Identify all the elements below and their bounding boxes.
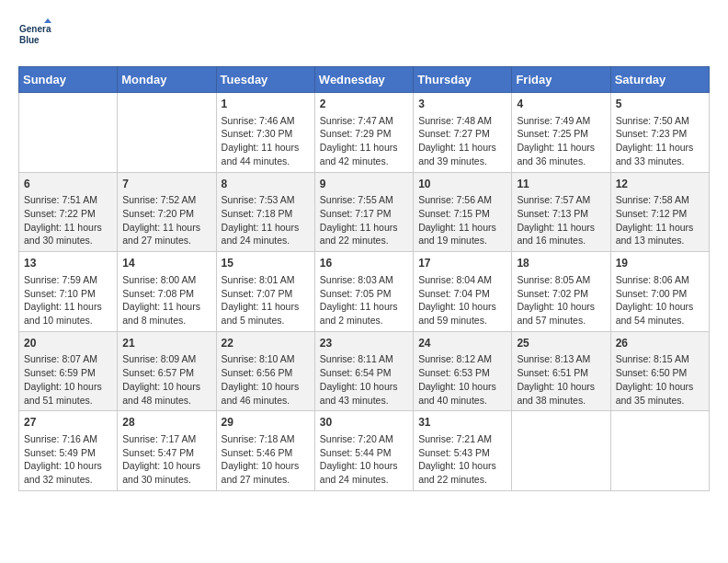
cell-content: 18Sunrise: 8:05 AMSunset: 7:02 PMDayligh… <box>517 256 605 327</box>
day-info: Sunrise: 7:20 AM <box>320 432 408 446</box>
day-number: 28 <box>122 415 210 431</box>
day-info: Sunrise: 7:59 AM <box>24 273 112 287</box>
day-number: 25 <box>517 336 605 351</box>
day-info: Sunrise: 7:58 AM <box>616 193 704 207</box>
svg-text:Blue: Blue <box>19 35 40 45</box>
cell-content: 26Sunrise: 8:15 AMSunset: 6:50 PMDayligh… <box>616 336 704 408</box>
day-info: Daylight: 11 hours and 27 minutes. <box>122 221 210 247</box>
week-row-4: 20Sunrise: 8:07 AMSunset: 6:59 PMDayligh… <box>19 331 710 411</box>
cell-content: 24Sunrise: 8:12 AMSunset: 6:53 PMDayligh… <box>418 336 506 408</box>
cell-content: 10Sunrise: 7:56 AMSunset: 7:15 PMDayligh… <box>418 177 506 248</box>
day-info: Sunset: 7:07 PM <box>222 287 310 301</box>
day-info: Daylight: 10 hours and 35 minutes. <box>616 380 704 407</box>
day-info: Sunrise: 8:13 AM <box>517 352 605 366</box>
day-info: Sunset: 7:27 PM <box>418 127 506 141</box>
day-info: Sunset: 6:50 PM <box>616 366 704 380</box>
cell-content: 27Sunrise: 7:16 AMSunset: 5:49 PMDayligh… <box>24 415 112 487</box>
day-number: 22 <box>222 336 310 351</box>
week-row-2: 6Sunrise: 7:51 AMSunset: 7:22 PMDaylight… <box>19 172 710 252</box>
day-number: 5 <box>616 97 704 112</box>
cell-content: 30Sunrise: 7:20 AMSunset: 5:44 PMDayligh… <box>320 415 408 487</box>
calendar-cell: 28Sunrise: 7:17 AMSunset: 5:47 PMDayligh… <box>118 411 216 491</box>
day-info: Sunset: 5:43 PM <box>418 446 506 460</box>
day-number: 18 <box>517 256 605 271</box>
calendar-cell: 12Sunrise: 7:58 AMSunset: 7:12 PMDayligh… <box>610 172 709 252</box>
calendar-cell: 1Sunrise: 7:46 AMSunset: 7:30 PMDaylight… <box>216 93 314 173</box>
day-number: 12 <box>616 177 704 192</box>
cell-content: 23Sunrise: 8:11 AMSunset: 6:54 PMDayligh… <box>320 336 408 408</box>
day-info: Daylight: 11 hours and 22 minutes. <box>320 221 408 247</box>
day-info: Daylight: 11 hours and 24 minutes. <box>222 221 310 247</box>
day-info: Daylight: 10 hours and 27 minutes. <box>222 459 310 486</box>
day-info: Sunrise: 8:05 AM <box>517 273 605 287</box>
day-info: Sunrise: 7:16 AM <box>24 432 112 446</box>
day-info: Sunrise: 8:04 AM <box>418 273 506 287</box>
day-info: Sunrise: 7:47 AM <box>320 114 408 128</box>
page-header: General Blue <box>18 18 710 52</box>
day-info: Daylight: 10 hours and 40 minutes. <box>418 380 506 407</box>
day-info: Daylight: 10 hours and 57 minutes. <box>517 300 605 327</box>
day-info: Daylight: 11 hours and 36 minutes. <box>517 141 605 167</box>
day-info: Daylight: 10 hours and 46 minutes. <box>222 380 310 407</box>
day-info: Sunset: 7:02 PM <box>517 287 605 301</box>
day-info: Sunrise: 8:01 AM <box>222 273 310 287</box>
day-number: 8 <box>222 177 310 192</box>
day-number: 24 <box>418 336 506 351</box>
day-info: Sunrise: 7:53 AM <box>222 193 310 207</box>
calendar-cell: 19Sunrise: 8:06 AMSunset: 7:00 PMDayligh… <box>610 252 709 332</box>
calendar-cell: 30Sunrise: 7:20 AMSunset: 5:44 PMDayligh… <box>314 411 413 491</box>
day-info: Daylight: 10 hours and 38 minutes. <box>517 380 605 407</box>
cell-content: 3Sunrise: 7:48 AMSunset: 7:27 PMDaylight… <box>418 97 506 168</box>
cell-content: 12Sunrise: 7:58 AMSunset: 7:12 PMDayligh… <box>616 177 704 248</box>
day-number: 15 <box>222 256 310 271</box>
cell-content: 7Sunrise: 7:52 AMSunset: 7:20 PMDaylight… <box>122 177 210 248</box>
day-info: Sunset: 5:49 PM <box>24 446 112 460</box>
day-info: Sunrise: 7:56 AM <box>418 193 506 207</box>
day-info: Sunset: 6:54 PM <box>320 366 408 380</box>
day-number: 1 <box>222 97 310 112</box>
day-info: Daylight: 11 hours and 16 minutes. <box>517 221 605 247</box>
day-info: Sunrise: 7:49 AM <box>517 114 605 128</box>
day-number: 7 <box>122 177 210 192</box>
calendar-cell: 8Sunrise: 7:53 AMSunset: 7:18 PMDaylight… <box>216 172 314 252</box>
day-info: Sunset: 5:47 PM <box>122 446 210 460</box>
day-info: Sunrise: 8:06 AM <box>616 273 704 287</box>
day-info: Sunset: 7:15 PM <box>418 207 506 221</box>
week-row-3: 13Sunrise: 7:59 AMSunset: 7:10 PMDayligh… <box>19 252 710 332</box>
day-number: 11 <box>517 177 605 192</box>
day-number: 9 <box>320 177 408 192</box>
calendar-cell: 16Sunrise: 8:03 AMSunset: 7:05 PMDayligh… <box>314 252 413 332</box>
day-number: 27 <box>24 415 112 431</box>
cell-content: 25Sunrise: 8:13 AMSunset: 6:51 PMDayligh… <box>517 336 605 408</box>
day-info: Sunrise: 7:55 AM <box>320 193 408 207</box>
calendar-cell <box>610 411 709 491</box>
day-info: Sunset: 6:51 PM <box>517 366 605 380</box>
day-info: Daylight: 10 hours and 51 minutes. <box>24 380 112 407</box>
day-info: Sunrise: 8:09 AM <box>122 352 210 366</box>
day-number: 29 <box>222 415 310 431</box>
logo-svg: General Blue <box>18 18 51 52</box>
day-info: Sunrise: 7:21 AM <box>418 432 506 446</box>
day-info: Sunrise: 8:15 AM <box>616 352 704 366</box>
cell-content: 15Sunrise: 8:01 AMSunset: 7:07 PMDayligh… <box>222 256 310 327</box>
cell-content: 31Sunrise: 7:21 AMSunset: 5:43 PMDayligh… <box>418 415 506 487</box>
calendar-cell <box>118 93 216 173</box>
day-number: 3 <box>418 97 506 112</box>
calendar-cell: 2Sunrise: 7:47 AMSunset: 7:29 PMDaylight… <box>314 93 413 173</box>
calendar-cell: 11Sunrise: 7:57 AMSunset: 7:13 PMDayligh… <box>512 172 610 252</box>
day-info: Sunset: 6:53 PM <box>418 366 506 380</box>
day-info: Sunset: 7:30 PM <box>222 127 310 141</box>
day-header-wednesday: Wednesday <box>314 67 413 93</box>
calendar-table: SundayMondayTuesdayWednesdayThursdayFrid… <box>18 66 710 491</box>
day-info: Sunrise: 8:03 AM <box>320 273 408 287</box>
cell-content: 13Sunrise: 7:59 AMSunset: 7:10 PMDayligh… <box>24 256 112 327</box>
day-number: 21 <box>122 336 210 351</box>
day-number: 31 <box>418 415 506 431</box>
day-info: Sunset: 5:44 PM <box>320 446 408 460</box>
calendar-cell: 27Sunrise: 7:16 AMSunset: 5:49 PMDayligh… <box>19 411 118 491</box>
day-header-thursday: Thursday <box>414 67 512 93</box>
day-info: Sunrise: 8:11 AM <box>320 352 408 366</box>
day-info: Sunset: 7:13 PM <box>517 207 605 221</box>
cell-content: 16Sunrise: 8:03 AMSunset: 7:05 PMDayligh… <box>320 256 408 327</box>
day-info: Daylight: 11 hours and 30 minutes. <box>24 221 112 247</box>
